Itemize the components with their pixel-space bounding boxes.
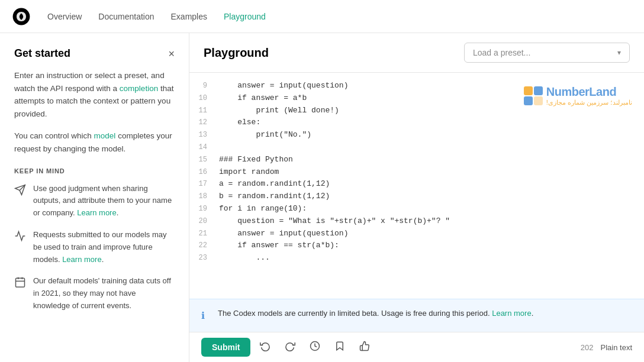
watermark: NumberLand نامبرلند؛ سرزمین شماره مجازی! bbox=[524, 85, 632, 106]
line-num-17: 17 bbox=[189, 178, 219, 190]
model-link[interactable]: model bbox=[94, 131, 116, 140]
toolbar-right: 202 Plain text bbox=[581, 343, 632, 352]
line-num-15: 15 bbox=[189, 154, 219, 166]
toolbar-left: Submit bbox=[201, 337, 375, 357]
tip-cutoff-text: Our default models' training data cuts o… bbox=[33, 275, 175, 312]
preset-placeholder: Load a preset... bbox=[473, 48, 530, 57]
sidebar: Get started × Enter an instruction or se… bbox=[0, 33, 189, 362]
undo-button[interactable] bbox=[255, 337, 275, 357]
code-line-19: 19 for i in range(10): bbox=[189, 203, 644, 215]
line-code-16: import random bbox=[219, 166, 279, 179]
code-line-22: 22 if answer == str(a*b): bbox=[189, 240, 644, 252]
line-code-11: print (Well done!) bbox=[219, 105, 339, 117]
sidebar-para-text: You can control which bbox=[14, 131, 94, 140]
tip-sharing: Use good judgment when sharing outputs, … bbox=[14, 183, 175, 219]
thumbs-up-button[interactable] bbox=[355, 337, 375, 357]
line-num-19: 19 bbox=[189, 203, 219, 215]
chevron-down-icon: ▾ bbox=[617, 49, 621, 57]
tip-training: Requests submitted to our models may be … bbox=[14, 229, 175, 266]
nav-links: Overview Documentation Examples Playgrou… bbox=[47, 12, 266, 21]
keep-in-mind-label: KEEP IN MIND bbox=[14, 167, 175, 174]
line-num-9: 9 bbox=[189, 80, 219, 92]
line-code-15: ### Fixed Python bbox=[219, 154, 293, 166]
line-code-19: for i in range(10): bbox=[219, 203, 307, 215]
line-num-18: 18 bbox=[189, 190, 219, 203]
line-num-13: 13 bbox=[189, 129, 219, 141]
code-line-18: 18 b = random.randint(1,12) bbox=[189, 190, 644, 203]
nav-overview[interactable]: Overview bbox=[47, 12, 82, 21]
bottom-toolbar: Submit bbox=[189, 332, 644, 362]
code-line-20: 20 question = "What is "+str(a)+" x "+st… bbox=[189, 215, 644, 228]
line-code-12: else: bbox=[219, 117, 260, 129]
line-num-23: 23 bbox=[189, 252, 219, 264]
code-area[interactable]: 9 answer = input(question) 10 if answer … bbox=[189, 73, 644, 299]
line-code-14 bbox=[219, 141, 224, 154]
calendar-icon bbox=[14, 276, 27, 290]
info-text: The Codex models are currently in limite… bbox=[218, 308, 533, 320]
info-link-suffix: . bbox=[532, 309, 534, 318]
line-num-22: 22 bbox=[189, 240, 219, 252]
line-code-23: ... bbox=[219, 252, 270, 264]
completion-link[interactable]: completion bbox=[120, 84, 158, 93]
preset-dropdown[interactable]: Load a preset... ▾ bbox=[464, 43, 630, 63]
code-line-13: 13 print("No.") bbox=[189, 129, 644, 141]
line-code-13: print("No.") bbox=[219, 129, 311, 141]
line-num-11: 11 bbox=[189, 105, 219, 117]
line-num-20: 20 bbox=[189, 215, 219, 228]
learn-more-sharing[interactable]: Learn more bbox=[77, 208, 116, 217]
learn-more-beta[interactable]: Learn more bbox=[492, 309, 531, 318]
svg-rect-3 bbox=[16, 279, 25, 287]
line-num-10: 10 bbox=[189, 92, 219, 105]
nav-documentation[interactable]: Documentation bbox=[98, 12, 154, 21]
history-button[interactable] bbox=[305, 337, 325, 357]
code-line-14: 14 bbox=[189, 141, 644, 154]
plain-text-label: Plain text bbox=[601, 343, 632, 352]
sidebar-title: Get started bbox=[14, 47, 70, 60]
send-icon bbox=[14, 184, 27, 198]
code-line-12: 12 else: bbox=[189, 117, 644, 129]
line-code-9: answer = input(question) bbox=[219, 80, 348, 92]
content-area: Playground Load a preset... ▾ 9 answer =… bbox=[189, 33, 644, 362]
svg-point-0 bbox=[13, 8, 30, 25]
sidebar-intro: Enter an instruction or select a preset,… bbox=[14, 69, 175, 120]
line-code-22: if answer == str(a*b): bbox=[219, 240, 339, 252]
line-code-18: b = random.randint(1,12) bbox=[219, 190, 330, 203]
char-count: 202 bbox=[581, 343, 594, 352]
redo-button[interactable] bbox=[280, 337, 300, 357]
logo[interactable] bbox=[12, 7, 31, 26]
main-layout: Get started × Enter an instruction or se… bbox=[0, 33, 644, 362]
code-line-17: 17 a = random.randint(1,12) bbox=[189, 178, 644, 190]
line-code-21: answer = input(question) bbox=[219, 228, 348, 240]
info-bar: ℹ The Codex models are currently in limi… bbox=[189, 299, 644, 332]
top-nav: Overview Documentation Examples Playgrou… bbox=[0, 0, 644, 33]
nav-playground[interactable]: Playground bbox=[224, 12, 266, 21]
code-line-16: 16 import random bbox=[189, 166, 644, 179]
line-num-16: 16 bbox=[189, 166, 219, 179]
learn-more-training[interactable]: Learn more bbox=[62, 255, 101, 264]
sidebar-header: Get started × bbox=[14, 47, 175, 60]
activity-icon bbox=[14, 230, 27, 244]
submit-button[interactable]: Submit bbox=[201, 338, 250, 357]
info-main-text: The Codex models are currently in limite… bbox=[218, 309, 492, 318]
line-num-14: 14 bbox=[189, 141, 219, 154]
tip-cutoff: Our default models' training data cuts o… bbox=[14, 275, 175, 312]
code-line-23: 23 ... bbox=[189, 252, 644, 264]
line-code-20: question = "What is "+str(a)+" x "+str(b… bbox=[219, 215, 450, 228]
line-code-10: if answer = a*b bbox=[219, 92, 307, 105]
tip-sharing-text: Use good judgment when sharing outputs, … bbox=[33, 183, 175, 219]
line-code-17: a = random.randint(1,12) bbox=[219, 178, 330, 190]
sidebar-para: You can control which model completes yo… bbox=[14, 130, 175, 155]
code-line-15: 15 ### Fixed Python bbox=[189, 154, 644, 166]
line-num-12: 12 bbox=[189, 117, 219, 129]
playground-title: Playground bbox=[204, 46, 269, 60]
bookmark-button[interactable] bbox=[330, 337, 350, 357]
close-button[interactable]: × bbox=[168, 49, 175, 59]
tip-training-text: Requests submitted to our models may be … bbox=[33, 229, 175, 266]
playground-header: Playground Load a preset... ▾ bbox=[189, 33, 644, 73]
code-line-21: 21 answer = input(question) bbox=[189, 228, 644, 240]
info-icon: ℹ bbox=[201, 308, 212, 324]
line-num-21: 21 bbox=[189, 228, 219, 240]
nav-examples[interactable]: Examples bbox=[171, 12, 207, 21]
